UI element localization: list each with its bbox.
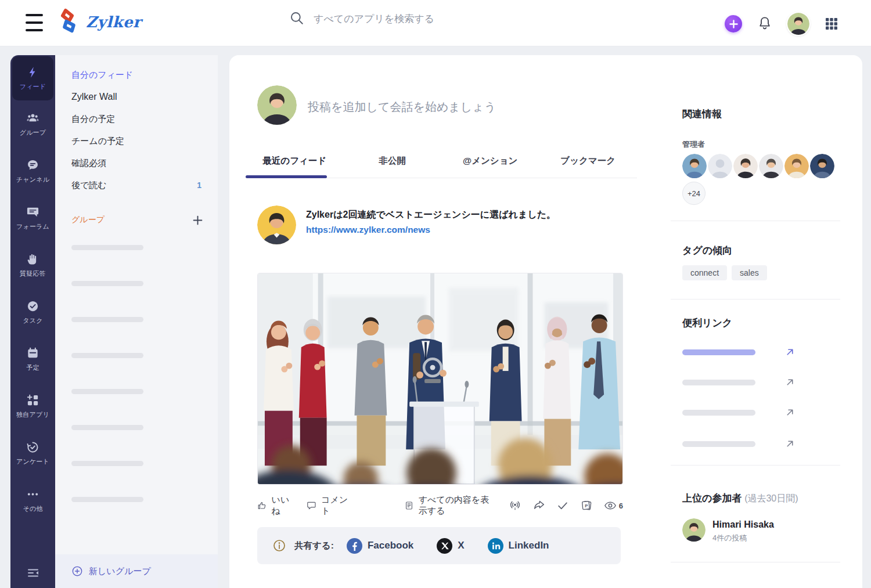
admin-avatar[interactable] [759, 154, 783, 178]
view-count[interactable]: 6 [604, 499, 623, 512]
tab-private[interactable]: 非公開 [344, 148, 442, 178]
broadcast-button[interactable] [509, 499, 521, 512]
channels-icon [26, 158, 39, 172]
groups-icon [26, 111, 39, 125]
useful-links-title: 便利リンク [682, 316, 732, 330]
user-avatar[interactable] [787, 13, 809, 35]
share-linkedin-button[interactable]: LinkedIn [488, 538, 549, 554]
external-link-icon[interactable] [785, 439, 795, 449]
external-link-icon[interactable] [785, 377, 795, 387]
rail-item-label: その他 [23, 504, 42, 513]
sidebar-item-zylker-wall[interactable]: Zylker Wall [55, 86, 218, 108]
rail-item-groups[interactable]: グループ [10, 100, 55, 147]
tab-mentions[interactable]: @メンション [441, 148, 539, 178]
post-author-avatar[interactable] [257, 205, 296, 244]
link-skeleton [682, 380, 755, 385]
participant-name: Himari Hisaka [712, 518, 774, 530]
feed-main: 投稿を追加して会話を始めましょう 最近のフィード 非公開 @メンション ブックマ… [229, 55, 862, 588]
view-all-content-button[interactable]: すべての内容を表示する [404, 495, 494, 517]
pages-button[interactable]: P [580, 499, 593, 512]
useful-link-row[interactable] [682, 347, 827, 357]
admin-avatar[interactable] [682, 154, 707, 178]
add-group-button[interactable] [193, 215, 203, 225]
sidebar-item-label: 確認必須 [71, 158, 106, 169]
admin-avatar[interactable] [784, 154, 809, 178]
search-input[interactable] [314, 13, 505, 25]
rail-item-label: 質疑応答 [20, 269, 46, 278]
tag-chip-sales[interactable]: sales [732, 265, 767, 280]
facebook-icon [347, 538, 362, 554]
rail-item-events[interactable]: 予定 [10, 336, 55, 383]
app-grid-button[interactable] [825, 17, 838, 31]
sidebar-item-my-events[interactable]: 自分の予定 [55, 108, 218, 130]
rail-item-more[interactable]: その他 [10, 477, 55, 524]
rail-collapse-button[interactable] [10, 558, 55, 588]
tag-chips: connect sales [682, 265, 767, 280]
rail-item-label: チャンネル [16, 175, 49, 184]
tab-bookmarks[interactable]: ブックマーク [539, 148, 638, 178]
tag-chip-connect[interactable]: connect [682, 265, 727, 280]
post-photo[interactable] [257, 273, 623, 485]
more-admins-button[interactable]: +24 [682, 182, 706, 205]
composer-avatar[interactable] [257, 85, 297, 125]
app: Zylker [0, 0, 871, 588]
tab-recent-feed[interactable]: 最近のフィード [246, 148, 344, 178]
share-network-label: X [458, 540, 464, 551]
rail-item-qna[interactable]: 質疑応答 [10, 241, 55, 288]
related-info-title: 関連情報 [682, 107, 722, 121]
groups-section-label[interactable]: グループ [71, 215, 105, 225]
rail-item-custom-apps[interactable]: 独自アプリ [10, 383, 55, 430]
rail-item-tasks[interactable]: タスク [10, 288, 55, 336]
skeleton-group-item [71, 389, 143, 394]
custom-apps-icon [26, 394, 39, 407]
comment-button[interactable]: コメント [307, 495, 348, 517]
rail-item-surveys[interactable]: アンケート [10, 430, 55, 477]
mark-done-button[interactable] [556, 499, 569, 512]
share-button[interactable] [532, 499, 545, 512]
share-arrow-icon [532, 499, 545, 512]
survey-icon [26, 441, 39, 454]
participant-row[interactable]: Himari Hisaka 4件の投稿 [682, 518, 774, 543]
zylker-logo[interactable]: Zylker [58, 8, 141, 36]
link-skeleton [682, 349, 755, 355]
link-skeleton [682, 410, 755, 416]
view-count-value: 6 [619, 502, 623, 510]
useful-link-row[interactable] [682, 439, 827, 449]
share-facebook-button[interactable]: Facebook [347, 538, 413, 554]
sidebar-item-must-read[interactable]: 確認必須 [55, 152, 218, 174]
post-link[interactable]: https://www.zylker.com/news [306, 225, 430, 235]
admin-avatar[interactable] [733, 154, 758, 178]
search-icon [289, 10, 304, 28]
eye-icon [604, 499, 617, 512]
rail-item-feed[interactable]: フィード [12, 56, 53, 100]
rail-item-forums[interactable]: フォーラム [10, 194, 55, 241]
participant-post-count: 4件の投稿 [712, 533, 774, 543]
hamburger-menu-button[interactable] [26, 14, 44, 31]
sidebar-item-label: 後で読む [71, 180, 107, 191]
sidebar-item-my-feed[interactable]: 自分のフィード [55, 64, 218, 86]
useful-link-row[interactable] [682, 377, 827, 387]
sidebar-item-read-later[interactable]: 後で読む 1 [55, 174, 218, 196]
admin-avatar[interactable] [810, 154, 834, 178]
external-link-icon[interactable] [785, 347, 795, 357]
rail-item-channels[interactable]: チャンネル [10, 147, 55, 194]
comment-icon [307, 499, 316, 512]
rail-item-label: フィード [20, 82, 46, 91]
composer-placeholder[interactable]: 投稿を追加して会話を始めましょう [308, 99, 496, 115]
groups-section-header: グループ [55, 210, 218, 230]
admin-avatar-placeholder[interactable] [708, 154, 732, 178]
useful-link-row[interactable] [682, 407, 827, 417]
stacked-cards-icon: P [580, 499, 593, 512]
share-x-button[interactable]: X [437, 538, 464, 554]
like-button[interactable]: いいね [257, 495, 291, 517]
notifications-button[interactable] [757, 16, 772, 32]
group-list-skeleton [55, 230, 218, 502]
rail-item-label: タスク [23, 316, 42, 325]
new-group-button[interactable]: 新しいグループ [55, 554, 218, 588]
sidebar-item-team-events[interactable]: チームの予定 [55, 130, 218, 152]
tag-trends-title: タグの傾向 [682, 244, 732, 257]
forums-icon [26, 205, 39, 219]
zylker-logo-text: Zylker [86, 13, 141, 31]
external-link-icon[interactable] [785, 407, 795, 417]
create-new-button[interactable] [725, 15, 742, 33]
